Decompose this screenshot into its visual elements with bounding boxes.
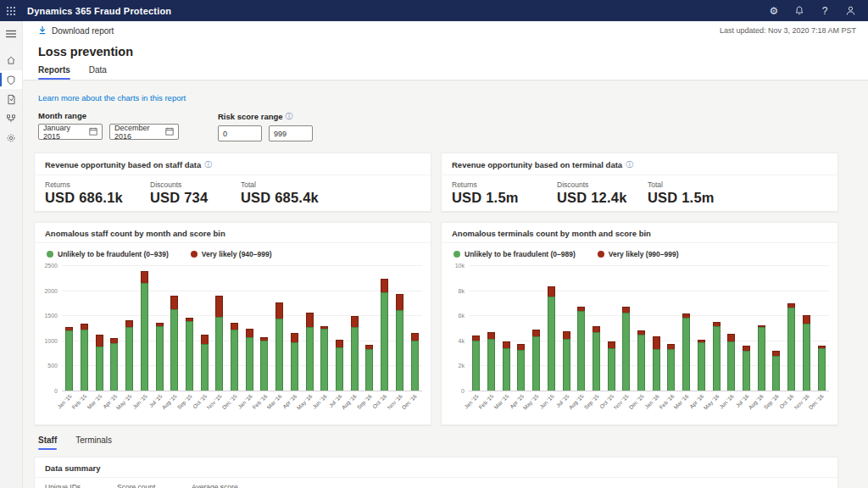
tab-terminals[interactable]: Terminals <box>75 435 112 450</box>
bar-column <box>152 265 167 391</box>
staff-chart: 25002000150010005000Jan '15Feb '15Mar '1… <box>35 260 431 419</box>
info-icon[interactable]: ⓘ <box>286 111 293 122</box>
bar-column <box>574 265 589 391</box>
stacked-bar <box>381 265 388 391</box>
month-to-input[interactable]: December 2016 <box>109 124 179 140</box>
legend-item: Unlikely to be fraudulent (0–939) <box>47 250 169 258</box>
stacked-bar <box>472 265 480 391</box>
stacked-bar <box>201 265 209 391</box>
stacked-bar <box>637 265 645 391</box>
stacked-bar <box>517 265 525 391</box>
bar-segment <box>291 333 298 342</box>
risk-max-input[interactable] <box>269 125 313 141</box>
bar-column <box>257 265 272 391</box>
bar-segment <box>487 339 495 391</box>
legend-label: Unlikely to be fraudulent (0–989) <box>465 250 576 258</box>
page-title: Loss prevention <box>38 45 853 58</box>
bar-column <box>287 265 303 391</box>
account-person-icon[interactable] <box>841 3 860 19</box>
bar-column <box>92 265 107 391</box>
bar-segment <box>365 349 373 391</box>
risk-min-input[interactable] <box>218 125 262 141</box>
nav-reports-document-icon[interactable] <box>0 90 22 108</box>
bar-column <box>332 265 348 391</box>
bar-segment <box>487 332 495 338</box>
bar-segment <box>201 335 209 344</box>
bar-segment <box>727 334 735 341</box>
bar-column <box>724 265 739 391</box>
info-icon[interactable]: ⓘ <box>204 159 212 170</box>
bar-column <box>589 265 604 391</box>
download-icon <box>38 25 47 36</box>
summary-unique-ids: Unique IDs 32 <box>45 483 117 488</box>
bars-group <box>62 265 422 391</box>
bar-column <box>62 265 77 391</box>
stacked-bar <box>411 265 419 391</box>
bar-segment <box>698 342 705 391</box>
stacked-bar <box>215 265 223 391</box>
y-tick-label: 1500 <box>44 313 58 319</box>
nav-home-icon[interactable] <box>0 51 22 69</box>
tab-data[interactable]: Data <box>89 65 107 80</box>
legend-dot-icon <box>598 251 604 258</box>
bar-segment <box>246 329 253 336</box>
y-tick-label: 2500 <box>44 263 58 269</box>
bars-group <box>469 265 829 391</box>
summary-score-count: Score count 642 <box>117 483 192 488</box>
bar-segment <box>653 336 660 348</box>
help-icon[interactable]: ? <box>815 3 834 19</box>
stacked-bar <box>487 265 495 391</box>
learn-more-link[interactable]: Learn more about the charts in this repo… <box>38 93 186 103</box>
nav-menu-hamburger-icon[interactable] <box>0 25 22 43</box>
nav-settings-gear-icon[interactable] <box>0 129 22 147</box>
bar-segment <box>517 344 525 350</box>
bar-segment <box>336 340 343 347</box>
bar-segment <box>351 327 359 391</box>
bar-column <box>784 265 799 391</box>
x-tick: Dec '16 <box>407 391 422 419</box>
bar-segment <box>563 339 570 391</box>
download-report-button[interactable]: Download report <box>38 25 114 36</box>
bar-segment <box>201 344 209 391</box>
month-range-label: Month range <box>38 111 179 120</box>
stacked-bar <box>170 265 178 391</box>
bar-segment <box>306 313 314 327</box>
info-icon[interactable]: ⓘ <box>626 159 633 170</box>
y-tick-label: 0 <box>461 388 465 394</box>
settings-gear-icon[interactable]: ⚙ <box>765 3 783 19</box>
y-tick-label: 4k <box>459 337 465 343</box>
bar-segment <box>622 313 630 391</box>
legend-dot-icon <box>453 251 460 258</box>
app-launcher-waffle-icon[interactable] <box>0 0 22 21</box>
bar-column <box>377 265 392 391</box>
stacked-bar <box>503 265 510 391</box>
legend-item: Very likely (940–999) <box>191 250 272 258</box>
tab-staff[interactable]: Staff <box>38 435 57 450</box>
nav-loss-prevention-shield-icon[interactable] <box>0 70 22 89</box>
kpi-returns: Returns USD 686.1k <box>45 180 150 206</box>
bar-segment <box>260 341 268 391</box>
nav-hierarchy-branch-icon[interactable] <box>0 109 22 128</box>
bar-segment <box>215 296 223 317</box>
y-tick-label: 10k <box>455 263 465 269</box>
stacked-bar <box>577 265 585 391</box>
bar-column <box>182 265 198 391</box>
tab-reports[interactable]: Reports <box>38 65 70 80</box>
legend-label: Very likely (940–999) <box>202 250 272 258</box>
summary-pivot-tabs: Staff Terminals <box>38 435 854 450</box>
topbar-actions: ⚙ ? <box>765 3 860 19</box>
bar-segment <box>532 336 540 391</box>
main-panel: Download report Last updated: Nov 3, 202… <box>23 21 868 488</box>
legend-item: Unlikely to be fraudulent (0–989) <box>453 250 576 258</box>
stacked-bar <box>365 265 373 391</box>
stacked-bar <box>787 265 795 391</box>
terminal-revenue-card-title: Revenue opportunity based on terminal da… <box>452 160 622 169</box>
bar-segment <box>320 329 328 391</box>
stacked-bar <box>682 265 690 391</box>
month-from-input[interactable]: January 2015 <box>38 124 103 140</box>
notifications-bell-icon[interactable] <box>790 3 809 19</box>
bar-segment <box>667 349 675 391</box>
stacked-bar <box>306 265 314 391</box>
bar-segment <box>381 292 388 391</box>
bar-segment <box>743 351 750 391</box>
